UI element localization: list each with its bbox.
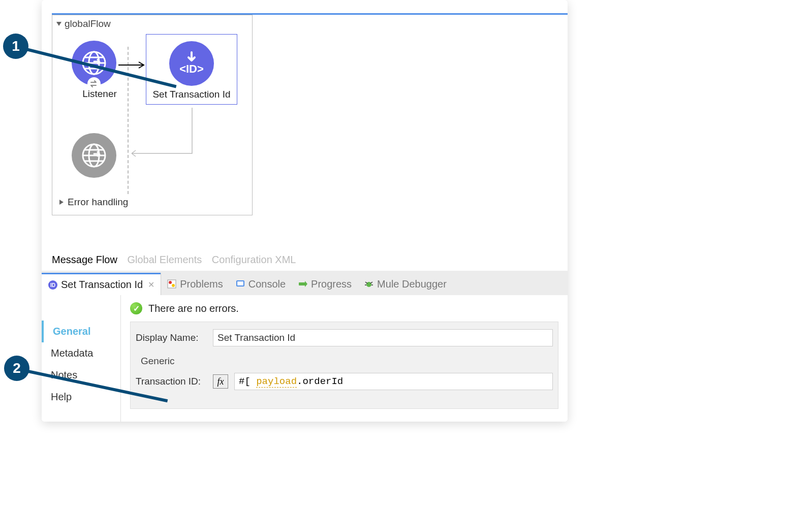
panel-body: General Metadata Notes Help ✓ There are … xyxy=(42,295,568,422)
svg-point-15 xyxy=(169,281,172,284)
callout-1-badge: 1 xyxy=(3,34,28,59)
flow-canvas[interactable]: globalFlow xyxy=(52,15,568,218)
display-name-label: Display Name: xyxy=(136,332,207,343)
lower-panel: ID Set Transaction Id ✕ Problems Console xyxy=(42,271,568,422)
status-text: There are no errors. xyxy=(148,303,239,314)
globe-grey-icon xyxy=(81,143,107,168)
view-tab-message-flow[interactable]: Message Flow xyxy=(52,254,117,265)
ok-icon: ✓ xyxy=(130,302,142,314)
transaction-id-input[interactable]: #[ payload.orderId xyxy=(234,373,553,390)
fx-button[interactable]: fx xyxy=(213,374,228,389)
svg-rect-14 xyxy=(168,280,176,288)
transaction-id-label: Transaction ID: xyxy=(136,376,207,387)
form-box: Display Name: Generic Transaction ID: fx… xyxy=(130,322,558,409)
view-tabs: Message Flow Global Elements Configurati… xyxy=(52,254,303,266)
tab-problems[interactable]: Problems xyxy=(161,273,229,295)
set-tx-label: Set Transaction Id xyxy=(146,89,237,100)
connector-line xyxy=(129,108,205,169)
view-tab-config-xml[interactable]: Configuration XML xyxy=(212,254,296,265)
tab-label: Problems xyxy=(180,278,223,290)
side-menu: General Metadata Notes Help xyxy=(42,295,121,422)
tab-console[interactable]: Console xyxy=(229,273,292,295)
flow-container: globalFlow xyxy=(52,15,253,215)
display-name-input[interactable] xyxy=(213,329,553,346)
svg-rect-18 xyxy=(237,281,243,285)
flow-header[interactable]: globalFlow xyxy=(52,15,252,31)
status-row: ✓ There are no errors. xyxy=(130,302,558,314)
tab-progress[interactable]: Progress xyxy=(292,273,358,295)
error-handling-label: Error handling xyxy=(68,197,128,208)
flow-body: Listener <ID> Set Transaction Id xyxy=(52,31,252,199)
listener-label: Listener xyxy=(61,88,138,100)
display-name-row: Display Name: xyxy=(136,329,553,346)
id-tab-icon: ID xyxy=(48,280,58,290)
close-icon[interactable]: ✕ xyxy=(148,280,154,290)
svg-point-20 xyxy=(366,282,371,287)
tab-mule-debugger[interactable]: Mule Debugger xyxy=(358,273,453,295)
svg-line-21 xyxy=(365,282,367,283)
console-icon xyxy=(235,279,245,289)
tab-set-transaction-id[interactable]: ID Set Transaction Id ✕ xyxy=(42,273,161,295)
tab-label: Progress xyxy=(311,278,352,290)
arrow-right-icon xyxy=(117,61,147,69)
side-item-metadata[interactable]: Metadata xyxy=(42,342,120,364)
problems-icon xyxy=(167,279,177,289)
collapse-caret-icon[interactable] xyxy=(56,22,61,26)
debugger-icon xyxy=(364,279,374,289)
svg-line-22 xyxy=(370,282,372,283)
tab-label: Mule Debugger xyxy=(377,278,447,290)
svg-rect-19 xyxy=(299,282,306,285)
response-node[interactable] xyxy=(72,133,116,178)
tab-label: Set Transaction Id xyxy=(61,279,143,291)
progress-icon xyxy=(298,279,308,289)
callout-2-badge: 2 xyxy=(4,356,29,381)
set-transaction-id-node[interactable]: <ID> Set Transaction Id xyxy=(146,34,237,105)
error-handling-section[interactable]: Error handling xyxy=(57,194,247,211)
transaction-id-row: Transaction ID: fx #[ payload.orderId xyxy=(136,373,553,390)
svg-text:ID: ID xyxy=(50,282,55,288)
form-area: ✓ There are no errors. Display Name: Gen… xyxy=(121,295,568,422)
view-tab-global-elements[interactable]: Global Elements xyxy=(128,254,202,265)
generic-section-label: Generic xyxy=(141,356,553,367)
editor-tab-bar: ID Set Transaction Id ✕ Problems Console xyxy=(42,271,568,295)
tab-label: Console xyxy=(248,278,286,290)
expand-caret-icon[interactable] xyxy=(59,200,64,205)
flow-title: globalFlow xyxy=(65,18,111,29)
app-window: globalFlow xyxy=(42,0,568,422)
id-download-icon: <ID> xyxy=(177,49,206,78)
svg-text:<ID>: <ID> xyxy=(179,62,204,75)
listener-node[interactable]: Listener xyxy=(61,41,138,100)
side-item-general[interactable]: General xyxy=(42,321,120,342)
svg-point-16 xyxy=(172,284,175,287)
exchange-badge-icon xyxy=(87,77,101,90)
